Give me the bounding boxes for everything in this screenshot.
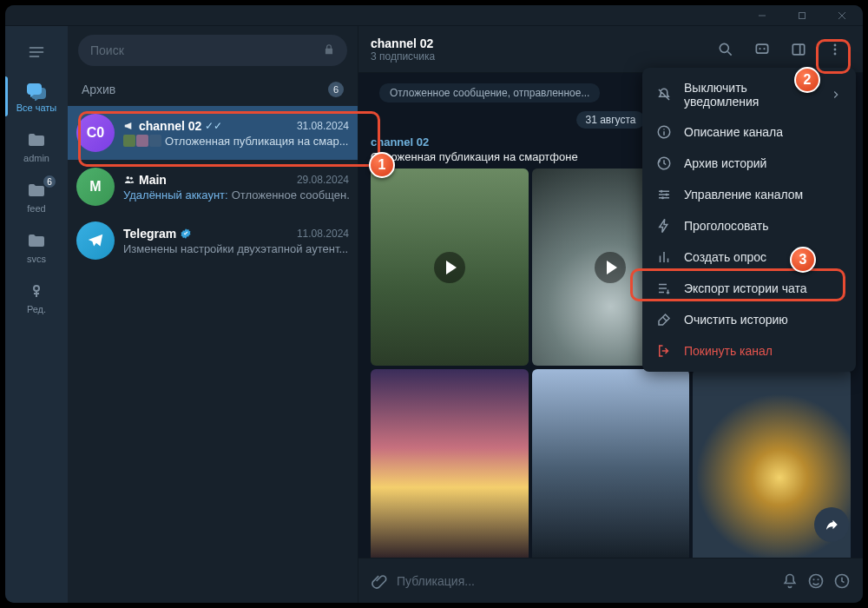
svg-point-29: [661, 196, 664, 199]
chat-date: 29.08.2024: [297, 174, 349, 186]
chat-preview: Изменены настройки двухэтапной аутент...: [123, 242, 348, 255]
avatar: [76, 221, 115, 260]
folder-admin[interactable]: admin: [5, 122, 68, 172]
hamburger-button[interactable]: [5, 33, 68, 71]
svg-point-4: [34, 286, 39, 291]
chat-header-subtitle: 3 подписчика: [371, 50, 435, 63]
svg-point-19: [810, 574, 823, 587]
svg-point-12: [759, 48, 760, 50]
folder-badge: 6: [43, 175, 56, 188]
chat-list-panel: Архив 6 C0 channel 02 ✓✓ 31.08.2024: [68, 26, 358, 603]
composer-input[interactable]: [397, 574, 773, 588]
svg-point-16: [834, 43, 837, 46]
minimize-button[interactable]: [743, 5, 781, 26]
chat-title: Main: [139, 173, 167, 187]
folder-all-chats[interactable]: Все чаты: [5, 71, 68, 122]
menu-label: Создать опрос: [684, 250, 766, 264]
more-button[interactable]: [819, 34, 851, 65]
folder-label: Ред.: [27, 304, 46, 314]
menu-leave[interactable]: Покинуть канал: [642, 335, 856, 367]
svg-point-7: [127, 175, 130, 179]
megaphone-icon: [123, 120, 135, 132]
svg-point-27: [661, 190, 663, 193]
menu-export[interactable]: Экспорт истории чата: [642, 273, 856, 304]
attach-button[interactable]: [371, 572, 388, 590]
search-in-chat-button[interactable]: [710, 34, 741, 65]
chat-date: 11.08.2024: [297, 228, 349, 240]
chat-title: channel 02: [139, 119, 201, 133]
svg-point-9: [720, 43, 728, 52]
more-menu: Выключить уведомления Описание канала Ар…: [642, 68, 856, 372]
date-chip: 31 августа: [576, 111, 644, 129]
sidepanel-button[interactable]: [783, 34, 814, 65]
collapsed-message: Отложенное сообщение, отправленное...: [379, 83, 600, 102]
folder-svcs[interactable]: svcs: [5, 222, 68, 273]
folder-edit[interactable]: Ред.: [5, 273, 68, 323]
svg-point-20: [813, 578, 815, 580]
search-box[interactable]: [78, 35, 347, 66]
svg-rect-11: [756, 44, 767, 53]
menu-manage[interactable]: Управление каналом: [642, 179, 856, 210]
close-button[interactable]: [823, 5, 861, 26]
composer: [358, 558, 863, 603]
folder-label: Все чаты: [16, 102, 57, 113]
discussion-button[interactable]: [746, 34, 778, 65]
menu-boost[interactable]: Проголосовать: [642, 210, 856, 241]
svg-point-28: [666, 194, 668, 196]
svg-point-18: [834, 52, 837, 55]
archive-count: 6: [328, 82, 344, 97]
menu-label: Архив историй: [684, 156, 766, 170]
search-input[interactable]: [90, 43, 323, 57]
svg-point-21: [818, 578, 819, 580]
schedule-button[interactable]: [833, 572, 851, 590]
verified-icon: [180, 228, 192, 240]
chat-header-title-block[interactable]: channel 02 3 подписчика: [371, 36, 435, 63]
svg-point-8: [130, 176, 133, 179]
archive-row[interactable]: Архив 6: [68, 73, 358, 106]
main-layout: Все чаты admin 6 feed svcs Ред.: [5, 26, 863, 603]
media-video[interactable]: [371, 169, 529, 366]
menu-story-archive[interactable]: Архив историй: [642, 148, 856, 179]
menu-label: Управление каналом: [684, 188, 803, 202]
folder-rail: Все чаты admin 6 feed svcs Ред.: [5, 26, 68, 603]
titlebar: [5, 5, 863, 26]
folder-feed[interactable]: 6 feed: [5, 172, 68, 222]
chat-item-channel02[interactable]: C0 channel 02 ✓✓ 31.08.2024: [68, 106, 358, 160]
svg-rect-1: [799, 12, 806, 18]
lock-icon[interactable]: [323, 43, 335, 58]
menu-label: Покинуть канал: [684, 344, 773, 358]
group-icon: [123, 174, 135, 186]
chat-header-title: channel 02: [371, 36, 435, 50]
svg-point-25: [663, 129, 665, 130]
folder-label: admin: [23, 153, 49, 163]
media-image[interactable]: [371, 369, 529, 558]
archive-label: Архив: [82, 83, 115, 96]
forward-button[interactable]: [814, 507, 849, 542]
emoji-button[interactable]: [807, 572, 825, 590]
preview-thumbs: [123, 135, 161, 147]
chat-preview: Отложенное сообщен...: [232, 188, 349, 202]
menu-clear[interactable]: Очистить историю: [642, 304, 856, 335]
svg-point-17: [834, 48, 837, 50]
folder-label: svcs: [27, 254, 46, 264]
chat-header: channel 02 3 подписчика: [358, 26, 863, 73]
annotation-badge-2: 2: [794, 67, 820, 93]
avatar: M: [76, 168, 115, 206]
menu-label: Экспорт истории чата: [684, 281, 806, 295]
chat-item-main[interactable]: M Main 29.08.2024 Удалённый аккаунт: Отл…: [68, 160, 358, 214]
menu-mute[interactable]: Выключить уведомления: [642, 73, 856, 116]
maximize-button[interactable]: [783, 5, 821, 26]
silent-button[interactable]: [781, 572, 799, 590]
app-window: Все чаты admin 6 feed svcs Ред.: [5, 5, 863, 603]
media-image[interactable]: [532, 369, 690, 558]
menu-description[interactable]: Описание канала: [642, 116, 856, 148]
folder-label: feed: [27, 203, 45, 214]
chat-date: 31.08.2024: [297, 120, 349, 132]
svg-line-10: [728, 51, 732, 55]
menu-poll[interactable]: Создать опрос: [642, 241, 856, 273]
annotation-badge-3: 3: [790, 247, 816, 273]
chat-sender: Удалённый аккаунт:: [123, 188, 228, 202]
chat-preview: Отложенная публикация на смар...: [165, 135, 348, 148]
menu-label: Проголосовать: [684, 219, 768, 233]
chat-item-telegram[interactable]: Telegram 11.08.2024 Изменены настройки д…: [68, 214, 358, 268]
